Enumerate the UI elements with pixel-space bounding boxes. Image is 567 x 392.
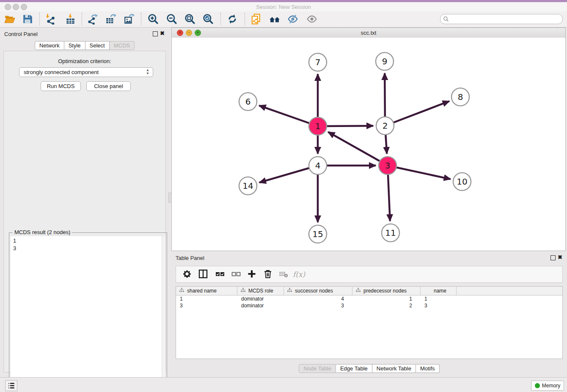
node-15[interactable]: 15 [309,225,327,243]
memory-button[interactable]: Memory [531,381,564,391]
table-tab-edge-table[interactable]: Edge Table [336,364,372,373]
tab-mcds[interactable]: MCDS [110,41,135,50]
node-14[interactable]: 14 [239,177,257,195]
cell-shared-name[interactable]: 3 [176,302,237,309]
double-home-icon[interactable] [269,14,280,25]
edge-3-10[interactable] [388,166,451,179]
table-options-gear-icon[interactable] [181,269,193,281]
column-header-predecessor-nodes[interactable]: predecessor nodes [352,287,421,295]
optimization-criterion-label: Optimization criterion: [4,58,165,64]
node-8[interactable]: 8 [451,88,469,106]
node-7[interactable]: 7 [309,53,327,71]
optimization-criterion-select[interactable]: strongly connected component ▲▼ [19,67,153,77]
table-tab-motifs[interactable]: Motifs [416,364,440,373]
save-session-icon[interactable] [22,14,33,25]
node-4[interactable]: 4 [309,157,327,174]
cell-predecessor-nodes[interactable]: 2 [352,302,421,309]
delete-column-icon[interactable] [262,269,274,281]
tab-network[interactable]: Network [35,41,64,50]
network-canvas[interactable]: 7968124314101511 [172,38,565,251]
select-all-columns-icon[interactable] [214,269,226,281]
new-network-from-selection-icon[interactable] [250,14,261,25]
cell-successor-nodes[interactable]: 4 [284,295,352,302]
show-all-icon[interactable] [306,14,317,25]
result-scrollbar[interactable] [162,236,165,392]
open-session-icon[interactable] [4,14,15,25]
mcds-result-list[interactable]: 13 [11,236,163,392]
main-toolbar [0,11,567,28]
task-list-icon [8,382,15,389]
column-header-label: predecessor nodes [363,288,407,294]
toolbar-separator [141,13,141,25]
export-image-icon[interactable] [124,14,135,25]
table-header-row: shared nameMCDS rolesuccessor nodesprede… [176,287,562,295]
cell-mcds-role[interactable]: dominator [237,295,284,302]
node-3[interactable]: 3 [379,157,396,174]
run-mcds-button[interactable]: Run MCDS [41,81,81,91]
import-network-icon[interactable] [45,14,56,25]
node-10[interactable]: 10 [453,173,471,190]
tab-style[interactable]: Style [64,41,85,50]
control-panel-tabs: NetworkStyleSelectMCDS [0,41,169,50]
node-9[interactable]: 9 [376,52,394,70]
table-row[interactable]: 3dominator323 [176,302,562,309]
export-table-icon[interactable] [105,14,116,25]
column-header-label: MCDS role [248,288,273,294]
hierarchy-icon [356,288,361,294]
toolbar-separator [39,13,40,25]
zoom-out-icon[interactable] [166,14,177,25]
add-column-icon[interactable] [246,269,258,281]
column-header-successor-nodes[interactable]: successor nodes [284,287,352,295]
cell-shared-name[interactable]: 1 [176,295,237,302]
table-row[interactable]: 1dominator411 [176,295,562,302]
column-header-name[interactable]: name [421,287,457,295]
mcds-result-group: MCDS result (2 nodes) 13 [9,232,167,392]
float-panel-icon[interactable] [153,31,158,36]
select-stepper-icon: ▲▼ [146,69,149,75]
toolbar-separator [220,13,221,25]
memory-status-icon [535,383,540,388]
close-panel-icon[interactable]: ✖ [160,31,165,36]
node-11[interactable]: 11 [382,224,399,242]
table-tab-node-table[interactable]: Node Table [299,364,336,373]
task-history-button[interactable] [5,380,17,391]
search-box [440,14,563,24]
node-2[interactable]: 2 [376,117,394,135]
search-input[interactable] [451,15,560,23]
cell-name[interactable]: 1 [421,295,457,302]
tab-select[interactable]: Select [85,41,110,50]
svg-text:4: 4 [315,160,321,171]
export-network-icon[interactable] [87,14,98,25]
zoom-selected-icon[interactable] [203,14,214,25]
table-panel-title: Table Panel [176,255,204,261]
apply-layout-icon[interactable] [227,14,238,25]
node-table: shared nameMCDS rolesuccessor nodesprede… [176,286,563,359]
network-window: ✕ − + scc.txt 7968124314101511 [171,28,566,251]
cell-predecessor-nodes[interactable]: 1 [352,295,421,302]
import-table-icon[interactable] [65,14,76,25]
edge-2-8[interactable] [385,101,449,126]
mcds-panel: Optimization criterion: strongly connect… [3,51,166,373]
node-1[interactable]: 1 [309,117,327,135]
toolbar-separator [82,13,82,25]
unselect-all-columns-icon[interactable] [230,269,242,281]
function-builder-icon[interactable]: f(x) [293,269,305,281]
cell-name[interactable]: 3 [421,302,457,309]
mcds-result-line: 3 [13,245,163,252]
show-columns-icon[interactable] [197,269,209,281]
zoom-fit-icon[interactable] [184,14,195,25]
edge-3-1[interactable] [328,132,388,166]
hide-selected-icon[interactable] [287,14,298,25]
delete-table-icon[interactable] [278,269,289,281]
node-6[interactable]: 6 [239,93,257,110]
float-table-panel-icon[interactable] [550,255,556,260]
table-tab-network-table[interactable]: Network Table [372,364,416,373]
close-table-panel-icon[interactable]: ✖ [558,255,562,260]
cell-successor-nodes[interactable]: 3 [284,302,352,309]
cell-mcds-role[interactable]: dominator [237,302,284,309]
zoom-in-icon[interactable] [148,14,159,25]
column-header-mcds-role[interactable]: MCDS role [237,287,284,295]
close-panel-button[interactable]: Close panel [86,81,131,91]
column-header-shared-name[interactable]: shared name [176,287,237,295]
svg-text:6: 6 [245,97,251,107]
